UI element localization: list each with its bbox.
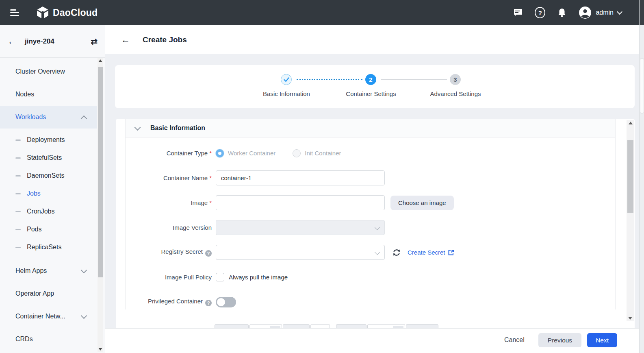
sidebar-item-crds[interactable]: CRDs bbox=[0, 328, 97, 351]
radio-selected-icon[interactable] bbox=[216, 149, 224, 157]
sidebar-item-deployments[interactable]: Deployments bbox=[0, 131, 97, 149]
container-name-row: Container Name* bbox=[126, 170, 615, 185]
stepper-connector-dotted bbox=[297, 79, 362, 80]
sidebar-scrollbar[interactable] bbox=[98, 58, 103, 352]
step-3-label: Advanced Settings bbox=[411, 90, 500, 97]
form-footer: Cancel Previous Next bbox=[105, 328, 644, 353]
switch-cluster-icon[interactable]: ⇄ bbox=[91, 37, 98, 46]
image-input[interactable] bbox=[216, 195, 385, 210]
dash-icon bbox=[15, 175, 21, 176]
sidebar-item-cronjobs[interactable]: CronJobs bbox=[0, 203, 97, 220]
image-row: Image* Choose an image bbox=[126, 195, 615, 210]
privileged-container-row: Privileged Container? bbox=[126, 294, 615, 309]
dash-icon bbox=[15, 229, 21, 230]
image-label: Image bbox=[191, 199, 208, 206]
top-header: DaoCloud ? admin bbox=[0, 0, 644, 25]
dash-icon bbox=[15, 193, 21, 194]
container-name-label: Container Name bbox=[163, 174, 208, 181]
user-menu[interactable]: admin bbox=[579, 6, 622, 19]
radio-unselected-icon[interactable] bbox=[293, 149, 301, 157]
scroll-up-arrow[interactable] bbox=[629, 122, 633, 124]
brand-title: DaoCloud bbox=[53, 7, 98, 18]
clipped-resource-fields-left bbox=[215, 324, 330, 328]
previous-button[interactable]: Previous bbox=[538, 333, 581, 347]
messages-icon[interactable] bbox=[513, 7, 523, 18]
choose-image-button[interactable]: Choose an image bbox=[390, 196, 454, 210]
sidebar-item-nodes[interactable]: Nodes bbox=[0, 83, 97, 106]
chevron-up-icon bbox=[81, 115, 87, 122]
scroll-up-arrow[interactable] bbox=[98, 59, 102, 62]
help-icon[interactable]: ? bbox=[535, 7, 545, 18]
privileged-toggle-off[interactable] bbox=[216, 297, 236, 307]
container-type-row: Container Type* Worker Container Init Co… bbox=[126, 146, 615, 161]
image-version-label: Image Version bbox=[173, 224, 212, 231]
stepper-card: 2 3 Basic Information Container Settings… bbox=[115, 65, 635, 108]
sidebar-item-cluster-overview[interactable]: Cluster Overview bbox=[0, 60, 97, 83]
chevron-down-icon bbox=[81, 312, 87, 319]
external-link-icon bbox=[448, 249, 454, 256]
toggle-knob bbox=[217, 298, 225, 306]
sidebar-item-daemonsets[interactable]: DaemonSets bbox=[0, 167, 97, 185]
required-marker: * bbox=[209, 174, 212, 181]
required-marker: * bbox=[209, 150, 212, 157]
avatar-icon bbox=[579, 6, 592, 19]
dash-icon bbox=[15, 247, 21, 248]
step-1-label: Basic Information bbox=[242, 90, 331, 97]
step-2-active-circle: 2 bbox=[365, 74, 376, 85]
next-button[interactable]: Next bbox=[587, 333, 617, 347]
scrollbar-thumb[interactable] bbox=[640, 58, 644, 113]
sidebar-item-replicasets[interactable]: ReplicaSets bbox=[0, 238, 97, 256]
back-arrow-icon[interactable]: ← bbox=[7, 37, 17, 46]
sidebar-item-jobs[interactable]: Jobs bbox=[0, 185, 97, 203]
form-panel: Basic Information Container Type* Worker… bbox=[116, 119, 635, 328]
sidebar-item-helm-apps[interactable]: Helm Apps bbox=[0, 259, 97, 282]
container-type-label: Container Type bbox=[167, 150, 208, 157]
question-badge-icon[interactable]: ? bbox=[205, 300, 212, 306]
create-secret-link[interactable]: Create Secret bbox=[408, 249, 454, 256]
registry-secret-select[interactable] bbox=[216, 245, 385, 260]
sidebar-item-operator-app[interactable]: Operator App bbox=[0, 282, 97, 305]
sidebar-item-container-network[interactable]: Container Netw... bbox=[0, 305, 97, 328]
scrollbar-thumb[interactable] bbox=[98, 67, 103, 277]
container-name-input[interactable] bbox=[216, 170, 385, 185]
check-icon bbox=[284, 77, 289, 82]
sidebar-item-workloads[interactable]: Workloads bbox=[0, 106, 97, 129]
step-3-circle: 3 bbox=[450, 74, 461, 85]
window-scrollbar[interactable] bbox=[639, 0, 644, 353]
question-badge-icon[interactable]: ? bbox=[205, 250, 212, 257]
sidebar-item-statefulsets[interactable]: StatefulSets bbox=[0, 149, 97, 167]
clipped-resource-fields-right bbox=[336, 324, 438, 328]
image-pull-policy-row: Image Pull Policy Always pull the image bbox=[126, 270, 615, 285]
privileged-container-label: Privileged Container bbox=[148, 298, 203, 305]
always-pull-label: Always pull the image bbox=[229, 274, 288, 281]
chevron-down-icon bbox=[617, 9, 622, 15]
sidebar-menu: Cluster Overview Nodes Workloads Deploym… bbox=[0, 58, 97, 353]
dash-icon bbox=[15, 157, 21, 159]
section-header[interactable]: Basic Information bbox=[126, 119, 615, 137]
step-2-label: Container Settings bbox=[326, 90, 416, 97]
image-version-row: Image Version bbox=[126, 220, 615, 235]
daocloud-logo-icon bbox=[36, 6, 49, 19]
cancel-button[interactable]: Cancel bbox=[500, 333, 529, 347]
page-title: Create Jobs bbox=[143, 35, 187, 44]
radio-worker-container[interactable]: Worker Container bbox=[216, 149, 275, 157]
sidebar-item-pods[interactable]: Pods bbox=[0, 220, 97, 238]
cluster-name: jinye-204 bbox=[25, 37, 54, 46]
dash-icon bbox=[15, 211, 21, 212]
image-version-select[interactable] bbox=[216, 220, 385, 235]
chevron-down-icon bbox=[375, 225, 380, 230]
scroll-down-arrow[interactable] bbox=[628, 317, 632, 320]
page-header: ← Create Jobs bbox=[105, 25, 640, 54]
menu-icon[interactable] bbox=[10, 9, 19, 16]
always-pull-checkbox[interactable] bbox=[216, 273, 224, 281]
scroll-down-arrow[interactable] bbox=[98, 348, 102, 351]
chevron-down-icon bbox=[81, 267, 87, 273]
scrollbar-thumb[interactable] bbox=[627, 140, 633, 213]
step-1-done-circle bbox=[281, 74, 292, 85]
back-arrow-icon[interactable]: ← bbox=[121, 35, 130, 44]
refresh-icon[interactable] bbox=[392, 248, 401, 257]
notifications-bell-icon[interactable] bbox=[557, 7, 567, 18]
registry-secret-label: Registry Secret bbox=[161, 248, 203, 255]
radio-init-container[interactable]: Init Container bbox=[293, 149, 341, 157]
form-scrollbar[interactable] bbox=[627, 120, 634, 321]
